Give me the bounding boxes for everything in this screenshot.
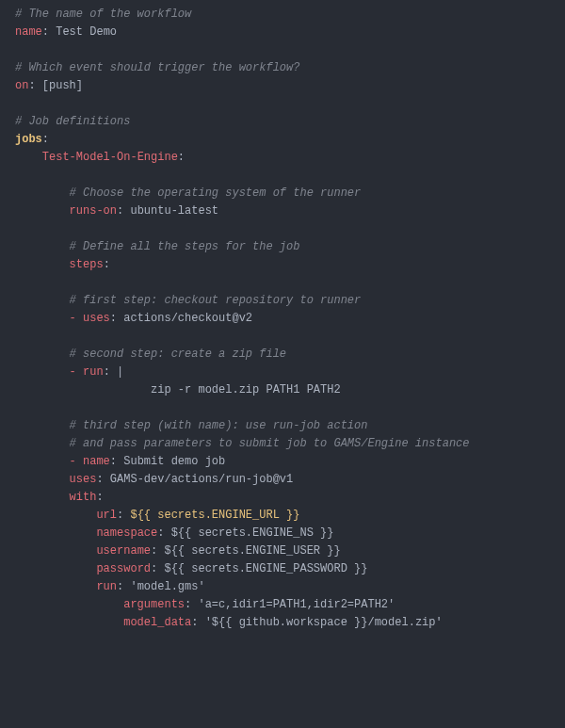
yaml-value: 'a=c,idir1=PATH1,idir2=PATH2' bbox=[198, 598, 395, 611]
yaml-key: arguments bbox=[123, 598, 185, 611]
yaml-key: - run bbox=[70, 365, 104, 379]
yaml-key: steps bbox=[70, 258, 104, 271]
yaml-value: Submit demo job bbox=[123, 455, 225, 468]
yaml-key: namespace bbox=[96, 526, 157, 540]
yaml-key: username bbox=[96, 544, 151, 558]
yaml-value-highlight: ${{ secrets.ENGINE_URL }} bbox=[130, 509, 299, 522]
yaml-value: ${{ secrets.ENGINE_USER }} bbox=[164, 544, 340, 558]
yaml-key: model_data bbox=[123, 616, 191, 629]
yaml-value: zip -r model.zip PATH1 PATH2 bbox=[151, 383, 341, 396]
yaml-value: ubuntu-latest bbox=[130, 204, 218, 218]
comment: # Job definitions bbox=[15, 115, 130, 128]
yaml-key: name bbox=[15, 25, 42, 39]
yaml-value: ${{ secrets.ENGINE_PASSWORD }} bbox=[164, 562, 367, 575]
yaml-key: - uses bbox=[70, 312, 110, 325]
yaml-value: | bbox=[117, 365, 123, 379]
comment: # first step: checkout repository to run… bbox=[70, 294, 362, 307]
comment: # Define all the steps for the job bbox=[70, 240, 300, 253]
yaml-key: uses bbox=[70, 473, 97, 486]
yaml-code-block: # The name of the workflow name: Test De… bbox=[0, 0, 565, 638]
comment: # Which event should trigger the workflo… bbox=[15, 61, 299, 74]
yaml-value: Test Demo bbox=[56, 25, 117, 39]
yaml-key: - name bbox=[70, 455, 110, 468]
comment: # The name of the workflow bbox=[15, 8, 191, 21]
yaml-value: [push] bbox=[42, 79, 83, 92]
yaml-key: Test-Model-On-Engine bbox=[42, 151, 178, 164]
yaml-key: on bbox=[15, 79, 28, 92]
yaml-value: ${{ secrets.ENGINE_NS }} bbox=[171, 526, 334, 540]
yaml-value: GAMS-dev/actions/run-job@v1 bbox=[110, 473, 293, 486]
yaml-key: runs-on bbox=[70, 204, 117, 218]
comment: # Choose the operating system of the run… bbox=[70, 186, 362, 200]
yaml-key-jobs: jobs bbox=[15, 133, 42, 146]
comment: # third step (with name): use run-job ac… bbox=[70, 419, 368, 432]
yaml-key: run bbox=[96, 580, 117, 593]
comment: # and pass parameters to submit job to G… bbox=[70, 437, 470, 450]
yaml-value: actions/checkout@v2 bbox=[123, 312, 252, 325]
yaml-key: with bbox=[70, 491, 97, 504]
yaml-key: password bbox=[96, 562, 151, 575]
yaml-value: 'model.gms' bbox=[130, 580, 204, 593]
yaml-key: url bbox=[96, 509, 117, 522]
comment: # second step: create a zip file bbox=[70, 348, 286, 361]
yaml-value: '${{ github.workspace }}/model.zip' bbox=[205, 616, 443, 629]
